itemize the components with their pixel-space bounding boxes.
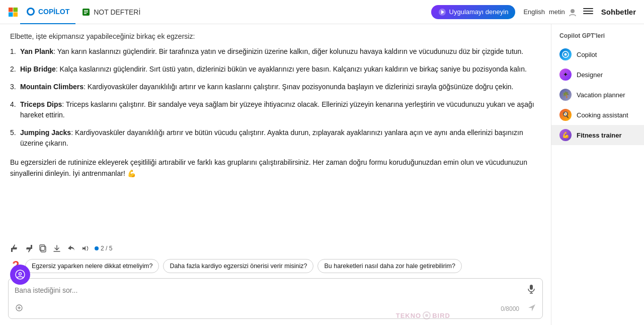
sidebar-item-designer[interactable]: ✦ Designer — [551, 64, 644, 85]
svg-rect-7 — [84, 10, 88, 11]
sidebar-title: Copilot GPT'leri — [551, 30, 644, 44]
action-bar: 2 / 5 — [0, 240, 551, 257]
suggestion-1[interactable]: Egzersiz yaparken nelere dikkat etmeliyi… — [25, 259, 159, 273]
username: metin — [549, 8, 565, 16]
svg-rect-13 — [583, 11, 593, 12]
exercise-desc-3: : Kardiyovasküler dayanıklılığı artırır … — [84, 83, 513, 91]
fitness-icon: 💪 — [559, 129, 572, 141]
content-wrapper: Elbette, işte ekipmansız yapabileceğiniz… — [0, 24, 551, 325]
svg-rect-1 — [13, 7, 18, 12]
send-icon[interactable] — [527, 303, 536, 314]
cooking-icon: 🍳 — [559, 109, 572, 121]
nav-notdefteri[interactable]: NOT DEFTERİ — [75, 0, 146, 24]
list-item: Jumping Jacks: Kardiyovasküler dayanıklı… — [10, 127, 541, 149]
svg-point-27 — [565, 53, 567, 56]
suggestion-3[interactable]: Bu hareketleri nasıl daha zor hale getir… — [317, 259, 462, 273]
exercise-desc-4: : Triceps kaslarını çalıştırır. Bir sand… — [20, 100, 534, 119]
download-icon[interactable] — [52, 244, 61, 253]
exercise-name-1: Yan Plank — [20, 47, 53, 55]
list-item: Mountain Climbers: Kardiyovasküler dayan… — [10, 82, 541, 92]
svg-rect-2 — [9, 12, 13, 17]
user-menu[interactable]: metin — [549, 8, 577, 17]
sidebar-fitness-label: Fitness trainer — [577, 132, 622, 139]
share-icon[interactable] — [66, 244, 75, 253]
audio-icon[interactable] — [80, 244, 90, 253]
chat-input[interactable] — [15, 286, 522, 294]
page-dot — [95, 246, 99, 250]
try-app-button[interactable]: Uygulamayı deneyin — [431, 5, 516, 19]
exercise-name-2: Hip Bridge — [20, 65, 56, 73]
exercise-name-5: Jumping Jacks — [20, 128, 71, 137]
exercise-desc-1: : Yan karın kaslarınızı güçlendirir. Bir… — [53, 47, 523, 55]
windows-logo[interactable] — [8, 7, 18, 17]
svg-rect-9 — [84, 13, 87, 14]
sidebar-designer-label: Designer — [577, 71, 603, 79]
thumbs-down-icon[interactable] — [24, 244, 33, 253]
list-item: Triceps Dips: Triceps kaslarını çalıştır… — [10, 99, 541, 120]
svg-rect-8 — [84, 12, 88, 13]
exercise-desc-2: : Kalça kaslarınızı güçlendirir. Sırt üs… — [56, 65, 527, 73]
designer-icon: ✦ — [559, 69, 572, 81]
input-area: 0/8000 — [8, 278, 543, 319]
mic-icon[interactable] — [526, 284, 536, 296]
sidebar-copilot-label: Copilot — [577, 51, 597, 58]
svg-rect-12 — [583, 8, 593, 9]
svg-rect-3 — [13, 12, 18, 17]
copilot-label: COPİLOT — [38, 8, 69, 16]
attach-icon[interactable] — [15, 303, 24, 314]
top-nav: COPİLOT NOT DEFTERİ Uygulamayı deneyin E… — [0, 0, 644, 24]
avatar-button[interactable] — [10, 265, 30, 285]
sidebar-vacation-label: Vacation planner — [577, 91, 625, 99]
exercises-list: Yan Plank: Yan karın kaslarınızı güçlend… — [10, 46, 541, 149]
sidebar-item-cooking[interactable]: 🍳 Cooking assistant — [551, 105, 644, 125]
notdefteri-label: NOT DEFTERİ — [94, 8, 140, 16]
list-item: Hip Bridge: Kalça kaslarınızı güçlendiri… — [10, 64, 541, 75]
svg-point-11 — [571, 9, 575, 13]
thumbs-up-icon[interactable] — [10, 244, 19, 253]
hamburger-menu[interactable] — [583, 6, 593, 18]
sidebar-item-copilot[interactable]: Copilot — [551, 44, 644, 64]
page-indicator: 2 / 5 — [95, 245, 112, 252]
exercise-name-3: Mountain Climbers — [20, 83, 84, 91]
vacation-icon: 🌴 — [559, 89, 572, 101]
sohbet-label: Sohbetler — [601, 8, 636, 16]
try-btn-label: Uygulamayı deneyin — [449, 8, 509, 16]
exercise-desc-5: : Kardiyovasküler dayanıklılığı artırır … — [20, 128, 523, 147]
input-row — [9, 279, 542, 301]
intro-text: Elbette, işte ekipmansız yapabileceğiniz… — [10, 32, 541, 40]
svg-rect-18 — [530, 285, 533, 290]
messages-container: Elbette, işte ekipmansız yapabileceğiniz… — [0, 24, 551, 240]
language-selector[interactable]: English — [523, 8, 545, 16]
sidebar: Copilot GPT'leri Copilot ✦ Designer 🌴 Va… — [551, 24, 644, 325]
list-item: Yan Plank: Yan karın kaslarınızı güçlend… — [10, 46, 541, 57]
svg-point-5 — [28, 9, 33, 14]
page-count: 2 / 5 — [101, 245, 112, 252]
sidebar-cooking-label: Cooking assistant — [577, 111, 628, 119]
nav-copilot[interactable]: COPİLOT — [20, 0, 75, 24]
exercise-name-4: Triceps Dips — [20, 100, 62, 108]
char-count: 0/8000 — [501, 305, 519, 312]
svg-rect-14 — [583, 13, 593, 14]
copilot-icon — [559, 48, 572, 60]
closing-text: Bu egzersizleri de rutininize ekleyerek … — [10, 157, 541, 179]
main-layout: Elbette, işte ekipmansız yapabileceğiniz… — [0, 24, 644, 325]
content-area: Elbette, işte ekipmansız yapabileceğiniz… — [0, 24, 551, 325]
suggestions-row: ❓ Egzersiz yaparken nelere dikkat etmeli… — [0, 257, 551, 278]
sidebar-item-fitness[interactable]: 💪 Fitness trainer — [551, 125, 644, 145]
suggestion-2[interactable]: Daha fazla kardiyo egzersizi önerisi ver… — [163, 259, 313, 273]
sidebar-item-vacation[interactable]: 🌴 Vacation planner — [551, 85, 644, 105]
input-footer: 0/8000 — [9, 301, 542, 318]
copy-icon[interactable] — [38, 244, 47, 253]
svg-rect-0 — [9, 7, 13, 12]
